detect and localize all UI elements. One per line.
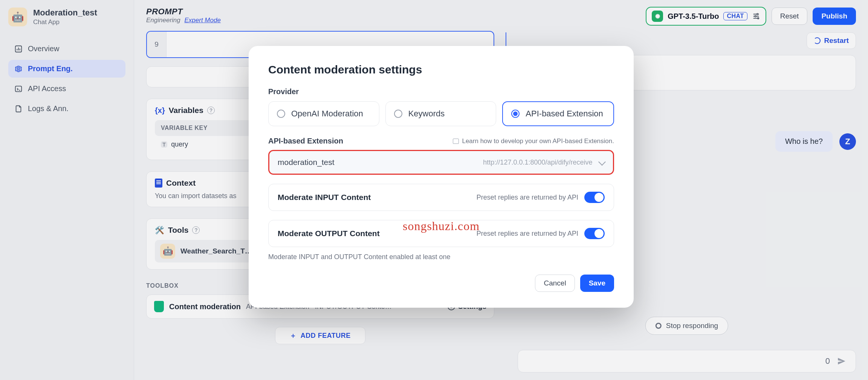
api-ext-hint-link[interactable]: Learn how to develop your own API-based … [453, 137, 614, 145]
book-icon [453, 139, 459, 144]
moderate-output-sub: Preset replies are returned by API [477, 230, 578, 238]
save-button[interactable]: Save [580, 275, 614, 292]
api-extension-select[interactable]: moderation_test http://127.0.0.1:8000/ap… [268, 150, 614, 175]
radio-icon [394, 110, 402, 118]
provider-api-extension[interactable]: API-based Extension [502, 101, 614, 126]
moderate-input-sub: Preset replies are returned by API [477, 194, 578, 201]
moderate-output-toggle[interactable] [584, 228, 605, 239]
extension-name: moderation_test [278, 158, 335, 167]
api-ext-hint: Learn how to develop your own API-based … [462, 137, 614, 145]
chevron-down-icon [598, 158, 606, 166]
provider-label: OpenAI Moderation [291, 109, 363, 119]
moderate-input-toggle[interactable] [584, 192, 605, 203]
moderation-settings-modal: Content moderation settings Provider Ope… [249, 46, 634, 308]
moderate-input-row: Moderate INPUT Content Preset replies ar… [268, 184, 614, 211]
moderate-output-title: Moderate OUTPUT Content [278, 229, 380, 238]
modal-title: Content moderation settings [268, 63, 614, 76]
moderate-input-title: Moderate INPUT Content [278, 193, 371, 202]
radio-icon [511, 110, 520, 118]
enable-hint: Moderate INPUT and OUTPUT Content enable… [268, 253, 614, 261]
provider-label: API-based Extension [526, 109, 603, 119]
provider-openai[interactable]: OpenAI Moderation [268, 101, 379, 126]
provider-options: OpenAI Moderation Keywords API-based Ext… [268, 101, 614, 126]
provider-label: Provider [268, 87, 614, 96]
radio-icon [277, 110, 285, 118]
cancel-button[interactable]: Cancel [535, 275, 575, 292]
extension-url: http://127.0.0.1:8000/api/dify/receive [483, 159, 592, 166]
provider-label: Keywords [408, 109, 445, 119]
provider-keywords[interactable]: Keywords [385, 101, 497, 126]
moderate-output-row: Moderate OUTPUT Content Preset replies a… [268, 220, 614, 247]
api-ext-label: API-based Extension [268, 137, 343, 145]
